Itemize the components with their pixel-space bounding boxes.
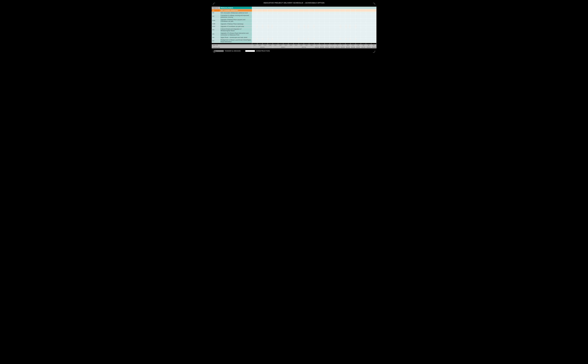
- axis-year-label: Year 1-20: [212, 44, 252, 46]
- axis-quarter: 14: [366, 44, 371, 46]
- project-name: Ngaio Road – streetscape and main street: [220, 36, 252, 39]
- gantt-cell-empty: [356, 14, 361, 19]
- gantt-cell-empty: [288, 39, 293, 43]
- project-row: W6Ngaio Road – streetscape and main stre…: [212, 36, 376, 39]
- gantt-cell-tender: [252, 25, 257, 28]
- axis-fy-label: Financial year: [212, 46, 252, 48]
- title-frame: INDICATIVE PROJECT DELIVERY SCHEDULE – A…: [213, 1, 375, 5]
- axis-financial-year: 2019/20: [319, 46, 325, 48]
- gantt-cell-empty: [335, 14, 340, 19]
- gantt-cell-construction: [288, 14, 293, 19]
- axis-fy-row: Financial year 2015/162016/172017/182018…: [212, 46, 376, 48]
- gantt-cell-empty: [293, 19, 299, 23]
- project-code: W5: [212, 32, 220, 36]
- gantt-cell-empty: [345, 28, 350, 32]
- gantt-cell-empty: [267, 28, 273, 32]
- project-code: W1: [212, 12, 220, 14]
- gantt-cell-empty: [345, 12, 350, 14]
- gantt-cell-empty: [267, 32, 273, 36]
- gantt-cell-empty: [345, 9, 350, 12]
- gantt-cell-construction: [314, 12, 319, 14]
- gantt-cell-empty: [324, 25, 330, 28]
- axis-financial-year: 2015/16: [252, 46, 273, 48]
- axis-quarter: 1.1: [252, 44, 258, 46]
- gantt-cell-empty: [252, 28, 257, 32]
- project-name: Upgrade of Countdown car park area: [220, 25, 252, 28]
- axis-financial-year: 2029/30: [371, 46, 376, 48]
- gantt-cell-empty: [335, 23, 340, 25]
- gantt-cell-empty: [314, 32, 319, 36]
- gantt-cell-empty: [314, 9, 319, 12]
- gantt-cell-construction: [273, 19, 278, 23]
- gantt-cell-empty: [309, 36, 314, 39]
- gantt-cell-construction: [273, 23, 278, 25]
- gantt-cell-empty: [252, 36, 257, 39]
- gantt-cell-empty: [371, 32, 376, 36]
- gantt-cell-construction: [298, 25, 304, 28]
- axis-financial-year: 2024/25: [345, 46, 351, 48]
- legend-swatch-tender: [214, 50, 224, 52]
- gantt-cell-construction: [267, 23, 273, 25]
- gantt-cell-empty: [293, 39, 299, 43]
- gantt-cell-empty: [324, 23, 330, 25]
- gantt-cell-empty: [335, 25, 340, 28]
- gantt-cell-empty: [366, 23, 371, 25]
- gantt-cell-empty: [293, 28, 299, 32]
- gantt-cell-empty: [304, 25, 309, 28]
- project-row: W3AUpgrade of Mahara Place (square) and …: [212, 19, 376, 23]
- project-name: Connection to railway crossing and impro…: [220, 14, 252, 19]
- axis-financial-year: 2020/21: [325, 46, 330, 48]
- gantt-cell-construction: [330, 28, 335, 32]
- gantt-cell-empty: [267, 12, 273, 14]
- axis-financial-year: 2017/18: [294, 46, 314, 48]
- gantt-cell-empty: [273, 39, 278, 43]
- gantt-cell-empty: [335, 39, 340, 43]
- gantt-cell-empty: [324, 14, 330, 19]
- gantt-cell-empty: [267, 36, 273, 39]
- gantt-cell-empty: [356, 32, 361, 36]
- project-name: Cultural thread and integration of Whaka…: [220, 28, 252, 32]
- legend-label-construction: CONSTRUCTION: [256, 50, 270, 52]
- gantt-cell-empty: [361, 36, 366, 39]
- gantt-cell-empty: [298, 19, 304, 23]
- gantt-cell-construction: [298, 14, 304, 19]
- gantt-cell-empty: [314, 23, 319, 25]
- gantt-cell-empty: [314, 39, 319, 43]
- gantt-cell-empty: [304, 14, 309, 19]
- gantt-cell-construction: [324, 28, 330, 32]
- gantt-cell-tender: [278, 14, 283, 19]
- gantt-cell-empty: [361, 14, 366, 19]
- gantt-cell-empty: [361, 19, 366, 23]
- gantt-cell-empty: [345, 32, 350, 36]
- gantt-cell-empty: [324, 9, 330, 12]
- gantt-cell-empty: [288, 19, 293, 23]
- project-row: W1SH1 revocation (Waikanae): [212, 9, 376, 12]
- gantt-cell-empty: [298, 23, 304, 25]
- gantt-cell-empty: [335, 28, 340, 32]
- gantt-cell-empty: [345, 14, 350, 19]
- gantt-cell-tender: [273, 14, 278, 19]
- gantt-cell-empty: [319, 39, 324, 43]
- gantt-cell-empty: [283, 36, 288, 39]
- gantt-cell-empty: [298, 39, 304, 43]
- gantt-cell-empty: [257, 36, 262, 39]
- project-row: W2Connection to railway crossing and imp…: [212, 14, 376, 19]
- gantt-cell-empty: [361, 39, 366, 43]
- gantt-cell-empty: [366, 25, 371, 28]
- gantt-cell-empty: [288, 25, 293, 28]
- gantt-cell-empty: [304, 9, 309, 12]
- axis-financial-year: 2021/22: [330, 46, 335, 48]
- gantt-cell-empty: [309, 32, 314, 36]
- gantt-cell-empty: [366, 39, 371, 43]
- gantt-cell-empty: [314, 14, 319, 19]
- gantt-cell-empty: [283, 39, 288, 43]
- gantt-cell-empty: [252, 32, 257, 36]
- project-name: Realignment of Marae Lane/Omahi Street/N…: [220, 39, 252, 43]
- gantt-cell-empty: [278, 28, 283, 32]
- axis-quarter: 1.4: [268, 44, 273, 46]
- axis-quarter: 2.1: [273, 44, 278, 46]
- gantt-cell-empty: [361, 23, 366, 25]
- gantt-cell-empty: [267, 14, 273, 19]
- gantt-cell-empty: [361, 25, 366, 28]
- gantt-cell-construction: [288, 9, 293, 12]
